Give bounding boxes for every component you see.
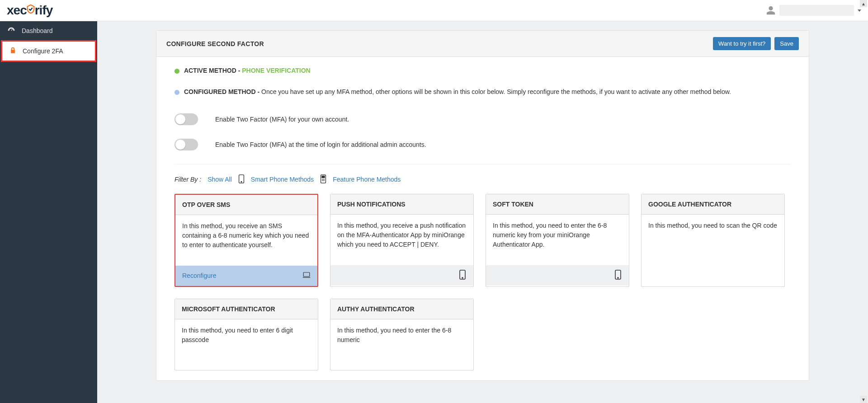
dashboard-icon [7,27,15,35]
sidebar-item-dashboard[interactable]: Dashboard [0,21,97,40]
active-method-label: ACTIVE METHOD - [184,67,242,74]
svg-point-6 [324,179,325,180]
card-microsoft-authenticator[interactable]: MICROSOFT AUTHENTICATOR In this method, … [175,299,318,370]
configured-method-label: CONFIGURED METHOD - [184,88,261,95]
svg-point-14 [618,277,618,278]
svg-point-5 [323,179,324,180]
card-title: OTP OVER SMS [175,195,317,215]
svg-point-9 [324,180,325,181]
sidebar-item-label: Configure 2FA [23,47,63,55]
filter-smart-phone[interactable]: Smart Phone Methods [251,176,314,183]
sidebar-item-configure-2fa[interactable]: Configure 2FA [1,40,96,62]
svg-point-7 [322,180,323,181]
lock-icon [9,47,16,55]
toggle-own-account[interactable] [175,113,198,125]
active-method-value: PHONE VERIFICATION [242,67,310,74]
smartphone-icon [238,174,245,185]
panel-title: CONFIGURE SECOND FACTOR [166,40,264,47]
panel-header: CONFIGURE SECOND FACTOR Want to try it f… [156,31,809,57]
card-push-notifications[interactable]: PUSH NOTIFICATIONS In this method, you r… [330,194,474,287]
card-title: PUSH NOTIFICATIONS [330,194,473,215]
logo-text-1: xec [7,3,27,18]
save-button[interactable]: Save [774,37,799,50]
active-method-row: ACTIVE METHOD - PHONE VERIFICATION [175,67,791,74]
shield-icon [26,4,36,17]
configured-dot-icon [175,90,179,95]
filter-feature-phone[interactable]: Feature Phone Methods [333,176,401,183]
try-first-button[interactable]: Want to try it first? [713,37,771,50]
active-dot-icon [175,69,179,74]
card-otp-over-sms[interactable]: OTP OVER SMS In this method, you receive… [175,194,318,287]
filter-label: Filter By : [175,176,201,183]
card-title: SOFT TOKEN [486,194,629,215]
reconfigure-link[interactable]: Reconfigure [182,272,217,279]
scroll-down-button[interactable]: ▼ [860,396,867,403]
svg-point-1 [241,181,242,182]
toggle-admin-accounts[interactable] [175,139,198,150]
sidebar-item-label: Dashboard [22,27,53,34]
smartphone-icon [458,270,467,281]
card-desc: In this method, you receive an SMS conta… [175,215,317,266]
user-name-box [779,5,854,16]
svg-rect-10 [303,272,310,276]
smartphone-icon [614,270,622,281]
card-google-authenticator[interactable]: GOOGLE AUTHENTICATOR In this method, you… [641,194,785,287]
filter-show-all[interactable]: Show All [208,176,232,183]
top-header: xec rify [0,0,868,21]
user-icon [766,5,776,15]
svg-point-4 [322,179,323,180]
card-title: GOOGLE AUTHENTICATOR [642,194,784,215]
card-desc: In this method, you receive a push notif… [330,215,473,265]
method-cards: OTP OVER SMS In this method, you receive… [175,194,791,370]
svg-rect-3 [321,175,325,178]
laptop-icon [302,270,311,281]
main-content: CONFIGURE SECOND FACTOR Want to try it f… [97,21,868,403]
configured-method-desc: Once you have set up any MFA method, oth… [261,88,731,95]
logo-text-2: rify [35,3,53,18]
card-authy-authenticator[interactable]: AUTHY AUTHENTICATOR In this method, you … [330,299,474,370]
toggle-own-account-label: Enable Two Factor (MFA) for your own acc… [215,116,349,123]
card-desc: In this method, you need to enter the 6-… [486,215,629,265]
chevron-down-icon [858,9,861,12]
logo: xec rify [7,3,52,18]
featurephone-icon [320,174,326,185]
card-soft-token[interactable]: SOFT TOKEN In this method, you need to e… [486,194,629,287]
card-title: MICROSOFT AUTHENTICATOR [175,299,318,319]
card-desc: In this method, you need to enter the 6-… [330,319,473,370]
card-desc: In this method, you need to enter 6 digi… [175,319,318,370]
configured-method-row: CONFIGURED METHOD - Once you have set up… [175,86,791,98]
divider [175,164,791,164]
svg-point-8 [323,180,324,181]
svg-point-12 [462,277,463,278]
user-menu[interactable] [766,5,861,16]
scroll-up-button[interactable]: ▲ [860,0,867,7]
sidebar: Dashboard Configure 2FA [0,21,97,403]
card-title: AUTHY AUTHENTICATOR [330,299,473,319]
configure-panel: CONFIGURE SECOND FACTOR Want to try it f… [156,30,809,381]
filter-row: Filter By : Show All Smart Phone Methods… [175,174,791,185]
toggle-admin-accounts-label: Enable Two Factor (MFA) at the time of l… [215,141,426,148]
card-desc: In this method, you need to scan the QR … [642,215,784,265]
